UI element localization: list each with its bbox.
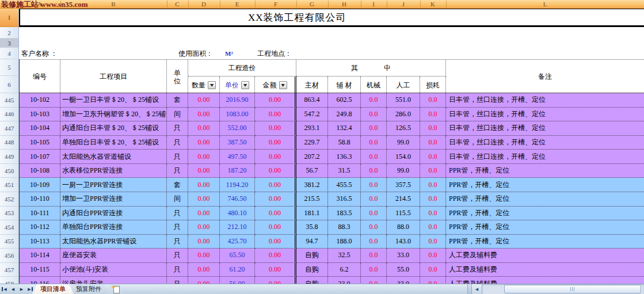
cell-id[interactable]: 10-112 bbox=[19, 220, 60, 235]
cell-unit[interactable]: 只 bbox=[167, 263, 188, 277]
column-header-J[interactable]: J bbox=[402, 0, 405, 8]
column-header-L[interactable]: L bbox=[543, 0, 547, 8]
header-qty[interactable]: 数量 ▼ bbox=[188, 77, 220, 94]
cell-qty[interactable]: 0.00 bbox=[188, 108, 220, 122]
row-header-5[interactable]: 5 bbox=[0, 59, 19, 76]
cell-price[interactable]: 1083.00 bbox=[220, 108, 255, 122]
cell-price[interactable]: 212.10 bbox=[220, 220, 255, 235]
cell-note[interactable]: PPR管，开槽、定位 bbox=[446, 192, 644, 207]
cell-aux[interactable]: 188.0 bbox=[328, 235, 361, 249]
cell-labor[interactable]: 55.0 bbox=[387, 263, 420, 277]
cell-main[interactable]: 215.5 bbox=[296, 192, 328, 207]
cell-unit[interactable]: 间 bbox=[167, 108, 188, 122]
row-header-3[interactable]: 3 bbox=[0, 39, 19, 48]
cell-project[interactable]: 一橱一卫日丰管＄20、＄25铺设 bbox=[60, 93, 167, 108]
cell-labor[interactable]: 143.0 bbox=[387, 235, 420, 249]
cell-project[interactable]: 增加一卫PPR管连接 bbox=[60, 192, 167, 207]
row-header-453[interactable]: 453 bbox=[0, 207, 19, 221]
row-header-449[interactable]: 449 bbox=[0, 150, 19, 164]
empty-row[interactable] bbox=[19, 39, 644, 48]
cell-qty[interactable]: 0.00 bbox=[188, 93, 220, 108]
title-cell[interactable]: XX装饰工程有限公司 bbox=[19, 8, 644, 27]
cell-price[interactable]: 387.50 bbox=[220, 136, 255, 150]
cell-note[interactable]: PPR管，开槽、定位 bbox=[446, 207, 644, 221]
cell-price[interactable]: 2016.90 bbox=[220, 93, 255, 108]
cell-unit[interactable]: 套 bbox=[167, 93, 188, 108]
customer-name-label[interactable]: 客户名称 ： bbox=[21, 49, 58, 59]
cell-machine[interactable]: 0.0 bbox=[361, 108, 387, 122]
row-header-2[interactable]: 2 bbox=[0, 27, 19, 39]
cell-aux[interactable]: 6.2 bbox=[328, 263, 361, 277]
insert-worksheet-tab[interactable] bbox=[106, 284, 123, 294]
column-header-G[interactable]: G bbox=[310, 0, 314, 8]
cell-amount[interactable]: 0.00 bbox=[255, 220, 296, 235]
cell-qty[interactable]: 0.00 bbox=[188, 178, 220, 192]
cell-aux[interactable]: 32.5 bbox=[328, 249, 361, 263]
cell-aux[interactable]: 183.5 bbox=[328, 207, 361, 221]
cell-main[interactable]: 863.4 bbox=[296, 93, 328, 108]
row-header-457[interactable]: 457 bbox=[0, 263, 19, 277]
filter-button-qty[interactable]: ▼ bbox=[208, 81, 216, 89]
cell-labor[interactable]: 115.5 bbox=[387, 207, 420, 221]
header-aux[interactable]: 辅 材 bbox=[328, 77, 361, 94]
horizontal-scrollbar[interactable] bbox=[482, 284, 644, 294]
cell-main[interactable]: 56.7 bbox=[296, 164, 328, 178]
header-machine[interactable]: 机械 bbox=[361, 77, 387, 94]
header-loss[interactable]: 损耗 bbox=[420, 77, 446, 94]
row-header-455[interactable]: 455 bbox=[0, 235, 19, 249]
cell-qty[interactable]: 0.00 bbox=[188, 207, 220, 221]
cell-unit[interactable]: 只 bbox=[167, 249, 188, 263]
column-header-H[interactable]: H bbox=[342, 0, 346, 8]
cell-labor[interactable]: 286.0 bbox=[387, 108, 420, 122]
cell-loss[interactable]: 0.0 bbox=[420, 136, 446, 150]
cell-machine[interactable]: 0.0 bbox=[361, 121, 387, 136]
cell-qty[interactable]: 0.00 bbox=[188, 235, 220, 249]
cell-loss[interactable]: 0.0 bbox=[420, 207, 446, 221]
cell-main[interactable]: 94.7 bbox=[296, 235, 328, 249]
cell-labor[interactable]: 357.5 bbox=[387, 178, 420, 192]
column-header-B[interactable]: B bbox=[111, 0, 115, 8]
cell-loss[interactable]: 0.0 bbox=[420, 178, 446, 192]
cell-id[interactable]: 10-115 bbox=[19, 263, 60, 277]
cell-project[interactable]: 太阳能热水器管道铺设 bbox=[60, 150, 167, 164]
cell-id[interactable]: 10-105 bbox=[19, 136, 60, 150]
row-header-1[interactable]: 1 bbox=[0, 8, 19, 27]
cell-loss[interactable]: 0.0 bbox=[420, 93, 446, 108]
cell-aux[interactable]: 455.5 bbox=[328, 178, 361, 192]
row-header-446[interactable]: 446 bbox=[0, 108, 19, 122]
column-header-K[interactable]: K bbox=[430, 0, 435, 8]
cell-qty[interactable]: 0.00 bbox=[188, 136, 220, 150]
cell-loss[interactable]: 0.0 bbox=[420, 249, 446, 263]
cell-machine[interactable]: 0.0 bbox=[361, 150, 387, 164]
cell-labor[interactable]: 551.0 bbox=[387, 93, 420, 108]
column-header-D[interactable]: D bbox=[201, 0, 206, 8]
cell-unit[interactable]: 只 bbox=[167, 121, 188, 136]
header-price[interactable]: 单价 ▼ bbox=[220, 77, 255, 94]
scrollbar-thumb[interactable] bbox=[504, 285, 641, 293]
cell-amount[interactable]: 0.00 bbox=[255, 150, 296, 164]
cell-labor[interactable]: 99.0 bbox=[387, 136, 420, 150]
cell-project[interactable]: 小便池(斗)安装 bbox=[60, 263, 167, 277]
header-project[interactable]: 工程项目 bbox=[60, 60, 167, 94]
cell-labor[interactable]: 99.0 bbox=[387, 164, 420, 178]
cell-project[interactable]: 内通阳台PPR管连接 bbox=[60, 207, 167, 221]
cell-project[interactable]: 座便器安装 bbox=[60, 249, 167, 263]
cell-note[interactable]: PPR管，开槽、定位 bbox=[446, 220, 644, 235]
cell-amount[interactable]: 0.00 bbox=[255, 178, 296, 192]
cell-unit[interactable]: 套 bbox=[167, 178, 188, 192]
cell-note[interactable]: 日丰管，丝口连接，开槽、定位 bbox=[446, 93, 644, 108]
cell-aux[interactable]: 602.5 bbox=[328, 93, 361, 108]
cell-price[interactable]: 187.20 bbox=[220, 164, 255, 178]
cell-machine[interactable]: 0.0 bbox=[361, 235, 387, 249]
cell-labor[interactable]: 214.5 bbox=[387, 192, 420, 207]
cell-loss[interactable]: 0.0 bbox=[420, 164, 446, 178]
cell-note[interactable]: 人工费及辅料费 bbox=[446, 263, 644, 277]
cell-aux[interactable]: 136.3 bbox=[328, 150, 361, 164]
cell-main[interactable]: 35.8 bbox=[296, 220, 328, 235]
cell-note[interactable]: 日丰管，丝口连接，开槽、定位 bbox=[446, 121, 644, 136]
cell-price[interactable]: 65.50 bbox=[220, 249, 255, 263]
cell-note[interactable]: 日丰管，丝口连接，开槽、定位 bbox=[446, 136, 644, 150]
cell-note[interactable]: PPR管，开槽、定位 bbox=[446, 178, 644, 192]
cell-aux[interactable]: 31.5 bbox=[328, 164, 361, 178]
cell-unit[interactable]: 只 bbox=[167, 220, 188, 235]
